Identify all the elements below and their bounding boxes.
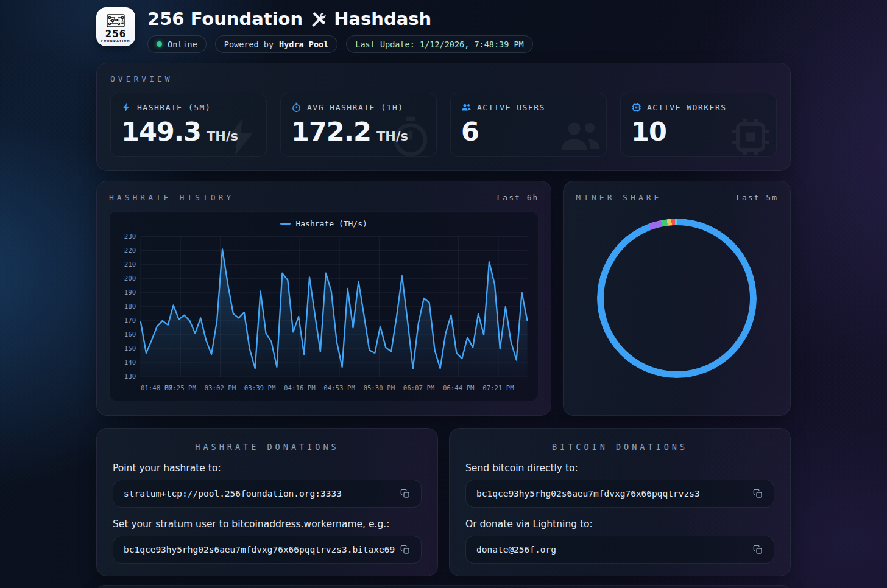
svg-text:150: 150 [124,345,136,353]
bolt-watermark-icon [219,115,263,157]
legend-line-icon [280,223,291,225]
stat-value: 6 [461,118,479,145]
miner-share-card: MINER SHARE Last 5m [563,181,791,416]
copy-icon [400,489,410,499]
chip-icon [631,102,641,113]
stat-card-active-workers: ACTIVE WORKERS 10 [620,93,777,157]
svg-text:220: 220 [124,247,136,254]
stat-label: AVG HASHRATE (1H) [307,103,404,112]
stat-card-avg-hashrate-1h: AVG HASHRATE (1H) 172.2 TH/s [280,93,437,157]
stats-grid: HASHRATE (5M) 149.3 TH/s AVG HASHRATE (1… [110,93,777,157]
online-dot-icon [157,41,162,47]
lightning-address-box: donate@256f.org [465,536,774,564]
legend-label: Hashrate (TH/s) [295,219,367,228]
stat-value: 149.3 [121,118,201,145]
hashrate-donations-label-1: Point your hashrate to: [113,463,422,474]
miner-share-donut [597,219,757,378]
next-section-card-edge [96,585,791,588]
stratum-url: stratum+tcp://pool.256foundation.org:333… [124,489,398,499]
logo-number: 256 [105,30,126,39]
last-update-badge: Last Update: 1/12/2026, 7:48:39 PM [346,35,532,53]
stat-card-active-users: ACTIVE USERS 6 [450,93,607,157]
bitcoin-donations-title: BITCOIN DONATIONS [465,442,774,452]
svg-text:02:25 PM: 02:25 PM [164,384,196,392]
miner-share-range: Last 5m [736,193,778,202]
hashrate-history-card: HASHRATE HISTORY Last 6h Hashrate (TH/s)… [96,181,551,416]
svg-text:130: 130 [124,373,136,381]
bitcoin-donations-label-1: Send bitcoin directly to: [465,463,774,474]
svg-text:03:39 PM: 03:39 PM [244,384,276,392]
hashrate-chart-panel: Hashrate (TH/s) 130140150160170180190200… [109,211,539,401]
hashrate-donations-label-2: Set your stratum user to bitcoinaddress.… [113,519,422,530]
bitcoin-address: bc1qce93hy5rhg02s6aeu7mfdvxg76x66pqqtrvz… [476,489,751,499]
bolt-icon [121,102,132,113]
stat-label: ACTIVE WORKERS [647,103,727,112]
page-title: 256 Foundation Hashdash [147,9,533,29]
page: 256 FOUNDATION 256 Foundation Hashdash O… [96,0,791,588]
svg-text:230: 230 [124,233,136,240]
users-icon [461,102,472,113]
hashrate-donations-card: HASHRATE DONATIONS Point your hashrate t… [96,428,438,576]
copy-icon [753,489,763,499]
stat-label: ACTIVE USERS [477,103,545,112]
svg-text:06:44 PM: 06:44 PM [443,384,475,392]
chart-legend: Hashrate (TH/s) [115,219,533,228]
badge-row: Online Powered by Hydra Pool Last Update… [147,35,533,53]
svg-text:160: 160 [124,331,136,339]
status-badge: Online [147,35,207,53]
title-hashdash: Hashdash [334,9,431,29]
lightning-address: donate@256f.org [476,545,751,555]
logo-name: FOUNDATION [101,40,130,43]
hammer-wrench-icon [310,11,327,27]
svg-text:190: 190 [124,289,136,296]
circuit-icon [104,13,127,29]
svg-text:210: 210 [124,261,136,268]
stopwatch-icon [291,102,302,113]
pool-brand: Hydra Pool [279,40,328,49]
bitcoin-donations-label-2: Or donate via Lightning to: [465,519,774,530]
hashrate-history-range: Last 6h [497,193,539,202]
title-foundation: 256 Foundation [147,9,303,29]
hashrate-donations-title: HASHRATE DONATIONS [113,442,422,452]
copy-icon [400,545,410,555]
header: 256 FOUNDATION 256 Foundation Hashdash O… [96,7,791,53]
last-update-text: Last Update: 1/12/2026, 7:48:39 PM [355,40,523,49]
svg-text:03:02 PM: 03:02 PM [205,384,236,392]
foundation-256-logo: 256 FOUNDATION [96,7,135,46]
stat-card-hashrate-5m: HASHRATE (5M) 149.3 TH/s [110,93,267,157]
svg-text:180: 180 [124,303,136,310]
svg-text:06:07 PM: 06:07 PM [403,384,435,392]
powered-prefix: Powered by [224,40,274,49]
copy-lightning-address-button[interactable] [751,542,765,557]
donut-wrap [576,207,778,390]
donations-row: HASHRATE DONATIONS Point your hashrate t… [96,428,791,576]
powered-by-badge: Powered by Hydra Pool [215,35,338,53]
users-watermark-icon [559,115,603,157]
chip-watermark-icon [729,115,772,157]
header-text: 256 Foundation Hashdash Online Powered b… [147,7,533,53]
bitcoin-address-box: bc1qce93hy5rhg02s6aeu7mfdvxg76x66pqqtrvz… [465,480,774,508]
online-label: Online [168,40,197,49]
stratum-url-box: stratum+tcp://pool.256foundation.org:333… [113,480,422,508]
miner-share-title: MINER SHARE [576,193,662,202]
bitcoin-donations-card: BITCOIN DONATIONS Send bitcoin directly … [449,428,791,576]
hashrate-chart-svg: 13014015016017018019020021022023001:48 P… [115,228,533,399]
svg-text:05:30 PM: 05:30 PM [363,384,395,392]
copy-stratum-user-button[interactable] [398,542,412,557]
copy-stratum-url-button[interactable] [398,486,412,501]
hashrate-history-title: HASHRATE HISTORY [109,193,234,202]
stopwatch-watermark-icon [389,115,433,157]
stat-value: 10 [631,118,666,145]
svg-text:07:21 PM: 07:21 PM [482,384,514,392]
copy-bitcoin-address-button[interactable] [751,486,765,501]
copy-icon [753,545,763,555]
stat-value: 172.2 [291,118,371,145]
svg-text:170: 170 [124,317,136,324]
overview-section: OVERVIEW HASHRATE (5M) 149.3 TH/s AVG HA… [96,63,791,171]
svg-text:140: 140 [124,359,136,367]
svg-text:04:16 PM: 04:16 PM [284,384,316,392]
stat-label: HASHRATE (5M) [137,103,211,112]
svg-text:04:53 PM: 04:53 PM [323,384,355,392]
charts-row: HASHRATE HISTORY Last 6h Hashrate (TH/s)… [96,181,791,416]
stratum-user: bc1qce93hy5rhg02s6aeu7mfdvxg76x66pqqtrvz… [124,545,398,555]
